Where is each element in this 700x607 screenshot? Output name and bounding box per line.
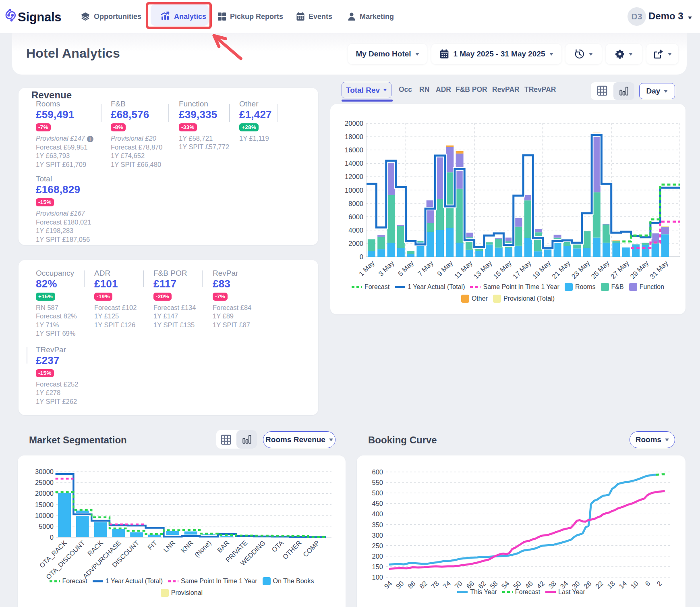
- svg-text:7 May: 7 May: [416, 259, 435, 278]
- svg-text:19 May: 19 May: [531, 259, 552, 281]
- svg-text:25 May: 25 May: [590, 259, 611, 281]
- svg-text:3 May: 3 May: [377, 259, 396, 278]
- svg-text:29 May: 29 May: [629, 259, 650, 281]
- svg-text:18000: 18000: [345, 133, 363, 140]
- svg-text:31 May: 31 May: [648, 259, 670, 281]
- svg-text:BAR: BAR: [216, 539, 231, 554]
- svg-text:350: 350: [372, 521, 383, 528]
- svg-text:15 May: 15 May: [492, 259, 513, 281]
- svg-text:100: 100: [372, 574, 383, 581]
- svg-text:14000: 14000: [345, 160, 363, 167]
- svg-text:450: 450: [372, 500, 383, 507]
- svg-text:9 May: 9 May: [436, 259, 455, 278]
- svg-text:0: 0: [50, 534, 54, 541]
- svg-text:6000: 6000: [348, 213, 363, 220]
- svg-text:23 May: 23 May: [570, 259, 591, 281]
- svg-text:10000: 10000: [345, 187, 363, 194]
- svg-text:25000: 25000: [35, 479, 54, 486]
- svg-text:4000: 4000: [348, 227, 363, 234]
- svg-text:300: 300: [372, 532, 383, 539]
- svg-text:500: 500: [372, 489, 383, 497]
- svg-text:200: 200: [372, 553, 383, 560]
- svg-text:13 May: 13 May: [472, 259, 493, 281]
- svg-text:OTHER: OTHER: [281, 539, 303, 561]
- svg-text:OTA: OTA: [270, 539, 285, 553]
- svg-text:27 May: 27 May: [609, 259, 631, 281]
- svg-text:COMP: COMP: [302, 539, 321, 558]
- svg-text:400: 400: [372, 510, 383, 518]
- svg-text:15000: 15000: [35, 501, 54, 508]
- svg-text:12000: 12000: [345, 173, 363, 180]
- svg-text:KNR: KNR: [179, 539, 194, 554]
- svg-text:550: 550: [372, 479, 383, 486]
- svg-text:20000: 20000: [345, 120, 363, 127]
- svg-text:20000: 20000: [35, 490, 54, 497]
- svg-text:(None): (None): [193, 539, 212, 558]
- svg-text:11 May: 11 May: [453, 259, 474, 280]
- svg-text:16000: 16000: [345, 146, 363, 154]
- svg-text:LNR: LNR: [162, 539, 176, 553]
- svg-text:10000: 10000: [35, 512, 54, 519]
- svg-text:150: 150: [372, 563, 383, 570]
- svg-text:6: 6: [644, 580, 652, 588]
- svg-text:0: 0: [360, 253, 363, 260]
- svg-text:250: 250: [372, 542, 383, 549]
- svg-text:5000: 5000: [39, 523, 54, 530]
- svg-text:17 May: 17 May: [512, 259, 533, 281]
- svg-text:FIT: FIT: [146, 539, 158, 551]
- svg-text:1 May: 1 May: [358, 259, 377, 278]
- svg-text:30000: 30000: [35, 468, 54, 475]
- svg-text:8000: 8000: [348, 200, 363, 207]
- svg-text:2: 2: [655, 580, 663, 588]
- svg-text:2000: 2000: [348, 240, 363, 247]
- svg-text:5 May: 5 May: [397, 259, 416, 278]
- svg-text:21 May: 21 May: [551, 259, 572, 281]
- svg-text:600: 600: [372, 468, 383, 476]
